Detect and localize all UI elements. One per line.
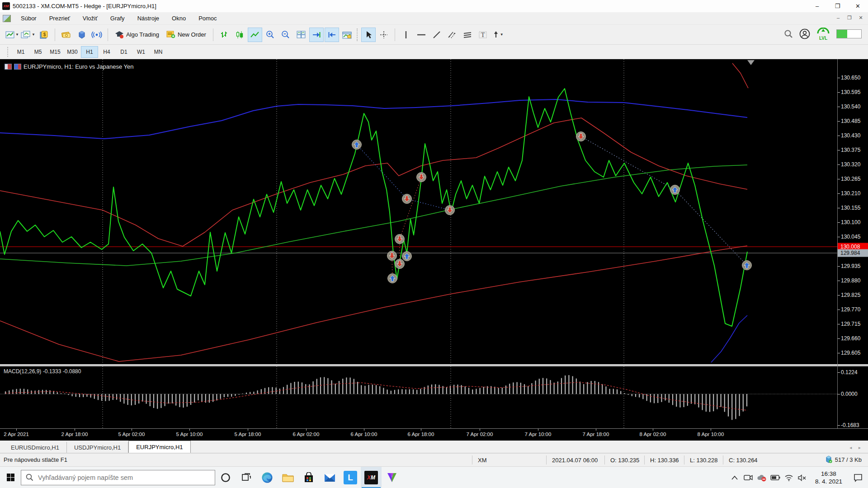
macd-histogram-bar	[168, 394, 169, 404]
action-center-button[interactable]	[848, 467, 868, 488]
battery-status[interactable]	[769, 467, 782, 488]
pane-divider[interactable]	[0, 364, 868, 366]
timeframe-button-m30[interactable]: M30	[64, 46, 81, 58]
buy-trade-marker[interactable]	[352, 140, 362, 150]
microsoft-store-button[interactable]	[298, 467, 319, 488]
menu-item-subor[interactable]: Súbor	[14, 13, 43, 23]
vivaldi-button[interactable]	[382, 467, 402, 488]
lvl-indicator[interactable]: LVL	[816, 28, 830, 40]
timeframe-button-w1[interactable]: W1	[132, 46, 150, 58]
child-minimize-button[interactable]: –	[835, 14, 842, 21]
payments-button[interactable]	[59, 28, 73, 42]
menu-item-okno[interactable]: Okno	[165, 13, 192, 23]
chart-tab-usdjpymicro-h1[interactable]: USDJPYmicro,H1	[67, 442, 128, 453]
taskbar-search-box[interactable]	[21, 470, 215, 485]
macd-histogram-bar	[620, 391, 621, 394]
tab-scroll-arrows[interactable]: ◂ ▸	[849, 445, 863, 450]
timeframe-button-d1[interactable]: D1	[115, 46, 132, 58]
vertical-line-button[interactable]	[399, 28, 413, 42]
search-icon[interactable]	[784, 29, 793, 38]
timeframe-button-mn[interactable]: MN	[150, 46, 167, 58]
algo-trading-button[interactable]: Algo Trading	[112, 28, 162, 42]
sell-trade-marker[interactable]	[395, 259, 405, 269]
tray-expand-button[interactable]	[728, 467, 741, 488]
task-view-button[interactable]	[236, 467, 257, 488]
time-axis[interactable]: 2 Apr 20212 Apr 18:005 Apr 02:005 Apr 10…	[0, 428, 868, 441]
cursor-button[interactable]	[361, 28, 376, 42]
wifi-status[interactable]	[782, 467, 796, 488]
horizontal-line-button[interactable]	[414, 28, 429, 42]
volume-muted-status[interactable]	[796, 467, 809, 488]
timeframe-button-m5[interactable]: M5	[29, 46, 47, 58]
new-order-button[interactable]: New Order	[163, 28, 209, 42]
scale-tick	[838, 310, 840, 310]
mail-button[interactable]	[319, 467, 340, 488]
chart-shift-button[interactable]	[325, 28, 339, 42]
data-center-button[interactable]	[74, 28, 89, 42]
start-button[interactable]	[0, 467, 21, 488]
indicators-window-button[interactable]	[340, 28, 354, 42]
child-restore-button[interactable]: ❐	[846, 14, 853, 21]
zoom-in-button[interactable]	[263, 28, 278, 42]
restore-button[interactable]: ❐	[827, 0, 848, 12]
zoom-out-button[interactable]	[278, 28, 293, 42]
close-button[interactable]: ✕	[848, 0, 868, 12]
sell-trade-marker[interactable]	[395, 235, 405, 244]
sell-trade-marker[interactable]	[417, 173, 426, 182]
buy-trade-marker[interactable]	[670, 185, 680, 195]
timeframe-button-m15[interactable]: M15	[47, 46, 64, 58]
buy-trade-marker[interactable]	[388, 274, 397, 283]
timeframe-button-m1[interactable]: M1	[12, 46, 29, 58]
cortana-button[interactable]	[215, 467, 236, 488]
account-icon[interactable]	[799, 28, 810, 39]
menu-item-prezriet[interactable]: Prezrieť	[43, 13, 76, 23]
menu-item-grafy[interactable]: Grafy	[104, 13, 131, 23]
scale-tick	[838, 107, 840, 107]
onedrive-status[interactable]	[755, 467, 769, 488]
channel-button[interactable]	[460, 28, 475, 42]
line-chart-button[interactable]	[248, 28, 262, 42]
buy-trade-marker[interactable]	[402, 252, 412, 261]
chart-tab-eurjpymicro-h1[interactable]: EURJPYmicro,H1	[128, 441, 190, 453]
menu-item-nastroje[interactable]: Nástroje	[131, 13, 165, 23]
menu-item-vlozit[interactable]: Vložiť	[76, 13, 104, 23]
chart-region[interactable]: EURJPYmicro, H1: Euro vs Japanese Yen MA…	[0, 59, 868, 441]
arrows-button[interactable]: ▼	[491, 28, 505, 42]
timeframe-button-h4[interactable]: H4	[98, 46, 115, 58]
timeframe-button-h1[interactable]: H1	[81, 46, 98, 58]
sell-trade-marker[interactable]	[402, 194, 412, 204]
candlestick-chart-button[interactable]	[232, 28, 247, 42]
market-watch-button[interactable]: $	[37, 28, 51, 42]
fibonacci-button[interactable]	[445, 28, 459, 42]
file-explorer-button[interactable]	[278, 467, 298, 488]
search-input[interactable]	[38, 474, 205, 481]
crosshair-button[interactable]	[377, 28, 391, 42]
minimize-button[interactable]: –	[807, 0, 827, 12]
auto-scroll-button[interactable]	[309, 28, 324, 42]
tile-windows-button[interactable]	[294, 28, 308, 42]
xm-mt5-taskbar-button[interactable]: XM	[361, 467, 382, 488]
price-scale-label: 129.825	[841, 292, 860, 298]
text-label-button[interactable]: T	[476, 28, 490, 42]
chart-tab-eurusdmicro-h1[interactable]: EURUSDmicro,H1	[4, 442, 67, 453]
taskbar-clock[interactable]: 16:38 8. 4. 2021	[809, 470, 848, 485]
child-close-button[interactable]: ✕	[857, 14, 864, 21]
signals-button[interactable]	[90, 28, 104, 42]
one-click-trading-icon[interactable]	[14, 64, 21, 70]
depth-of-market-icon[interactable]	[5, 64, 12, 70]
sell-trade-marker[interactable]	[576, 132, 586, 141]
price-scale[interactable]: 130.650130.595130.540130.485130.430130.3…	[837, 59, 868, 428]
bar-chart-button[interactable]	[217, 28, 231, 42]
menu-item-pomoc[interactable]: Pomoc	[192, 13, 223, 23]
profiles-button[interactable]: ▼	[20, 28, 36, 42]
lightshot-button[interactable]: L	[340, 467, 361, 488]
new-chart-button[interactable]: ▼	[5, 28, 19, 42]
meet-now-button[interactable]	[741, 467, 755, 488]
trendline-button[interactable]	[429, 28, 444, 42]
sell-trade-marker[interactable]	[445, 206, 455, 215]
edge-button[interactable]	[257, 467, 278, 488]
macd-histogram-bar	[142, 394, 143, 402]
sell-trade-marker[interactable]	[387, 251, 397, 261]
buy-trade-marker[interactable]	[742, 261, 752, 270]
price-chart-canvas[interactable]	[0, 59, 837, 428]
